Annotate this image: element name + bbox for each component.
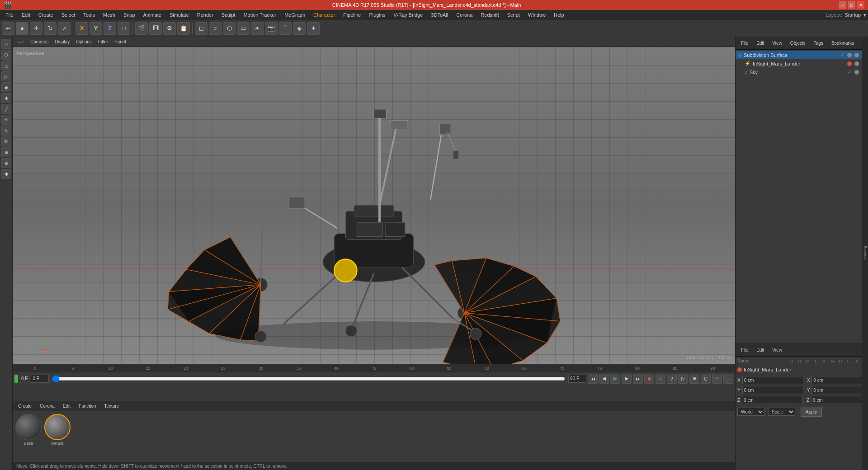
render-all-button[interactable]: 🎞 bbox=[149, 22, 162, 35]
menu-mograph[interactable]: MoGraph bbox=[281, 11, 309, 19]
left-btn-12[interactable]: ⊕ bbox=[1, 158, 11, 168]
effector-button[interactable]: ✦ bbox=[307, 22, 320, 35]
vp-cameras[interactable]: Cameras bbox=[28, 39, 52, 45]
move-tool-button[interactable]: ✛ bbox=[30, 22, 42, 35]
left-btn-11[interactable]: ≋ bbox=[1, 147, 11, 157]
left-btn-13[interactable]: ✱ bbox=[1, 169, 11, 179]
goto-start-button[interactable]: ⏮ bbox=[588, 374, 598, 384]
menu-mesh[interactable]: Mesh bbox=[99, 11, 119, 19]
menu-animate[interactable]: Animate bbox=[140, 11, 165, 19]
apply-button[interactable]: Apply bbox=[801, 407, 822, 417]
deformer-button[interactable]: ◈ bbox=[293, 22, 306, 35]
coord-z2-input[interactable] bbox=[811, 396, 862, 404]
render-queue-button[interactable]: 📋 bbox=[177, 22, 190, 35]
coord-z-input[interactable] bbox=[742, 396, 803, 404]
mat-function[interactable]: Function bbox=[75, 403, 99, 409]
attrib-tab-file[interactable]: File bbox=[737, 347, 752, 353]
obj-tab-tags[interactable]: Tags bbox=[810, 40, 827, 47]
menu-pipeline[interactable]: Pipeline bbox=[340, 11, 364, 19]
left-btn-10[interactable]: ⌘ bbox=[1, 136, 11, 146]
left-btn-3[interactable]: △ bbox=[1, 61, 11, 70]
maximize-button[interactable]: □ bbox=[848, 1, 855, 9]
menu-redshift[interactable]: Redshift bbox=[477, 11, 502, 19]
obj-tab-edit[interactable]: Edit bbox=[753, 40, 768, 47]
coord-y2-input[interactable] bbox=[811, 386, 862, 394]
prev-frame-button[interactable]: ◀ bbox=[599, 374, 609, 384]
coord-x2-input[interactable] bbox=[811, 376, 862, 384]
left-btn-8[interactable]: ⟲ bbox=[1, 115, 11, 125]
menu-create[interactable]: Create bbox=[35, 11, 57, 19]
object-sky[interactable]: ○ Sky ✓ bbox=[736, 68, 862, 76]
left-btn-9[interactable]: S bbox=[1, 126, 11, 136]
sphere-button[interactable]: ○ bbox=[209, 22, 222, 35]
left-btn-6[interactable]: ✚ bbox=[1, 93, 11, 103]
motion-button[interactable]: ⊕ bbox=[689, 374, 699, 384]
material-slot-details[interactable]: Details bbox=[44, 414, 71, 446]
obj-tab-view[interactable]: View bbox=[769, 40, 786, 47]
left-btn-5[interactable]: ◆ bbox=[1, 82, 11, 92]
left-btn-7[interactable]: ╱ bbox=[1, 104, 11, 114]
select-z-button[interactable]: Z bbox=[104, 22, 116, 35]
cylinder-button[interactable]: ⬡ bbox=[223, 22, 236, 35]
object-subdivision-surface[interactable]: ◇ Subdivision Surface ✓ bbox=[736, 51, 862, 59]
keyframe-button[interactable]: ? bbox=[667, 374, 677, 384]
obj-check-sky[interactable]: ✓ bbox=[848, 69, 852, 75]
close-button[interactable]: ✕ bbox=[857, 1, 864, 9]
key-sel-button[interactable]: ▷ bbox=[678, 374, 688, 384]
render-settings-button[interactable]: ⚙ bbox=[163, 22, 176, 35]
select-all-button[interactable]: □ bbox=[118, 22, 130, 35]
scale-dropdown[interactable]: Scale bbox=[768, 408, 795, 416]
camera-button[interactable]: 📷 bbox=[265, 22, 278, 35]
menu-select[interactable]: Select bbox=[58, 11, 79, 19]
vp-display[interactable]: Display bbox=[52, 39, 73, 45]
menu-window[interactable]: Window bbox=[524, 11, 549, 19]
attrib-tab-view[interactable]: View bbox=[769, 347, 786, 353]
next-frame-button[interactable]: ▶ bbox=[622, 374, 632, 384]
mat-create[interactable]: Create bbox=[14, 403, 35, 409]
goto-end-button[interactable]: ⏭ bbox=[633, 374, 643, 384]
select-y-button[interactable]: Y bbox=[90, 22, 102, 35]
vp-filter[interactable]: Filter bbox=[95, 39, 111, 45]
mat-texture[interactable]: Texture bbox=[100, 403, 123, 409]
cube-button[interactable]: ◻ bbox=[195, 22, 208, 35]
layout-dropdown-icon[interactable]: ▾ bbox=[863, 12, 866, 18]
obj-check-subdivision[interactable]: ✓ bbox=[840, 52, 844, 58]
menu-tools[interactable]: Tools bbox=[80, 11, 99, 19]
frame-start-input[interactable] bbox=[31, 375, 49, 383]
object-mode-button[interactable]: ● bbox=[16, 22, 28, 35]
minimize-button[interactable]: ─ bbox=[839, 1, 846, 9]
menu-sculpt[interactable]: Sculpt bbox=[218, 11, 239, 19]
render-view-button[interactable]: 🎬 bbox=[135, 22, 148, 35]
menu-3dtoall[interactable]: 3DToAll bbox=[427, 11, 452, 19]
coord-y-input[interactable] bbox=[742, 386, 803, 394]
scale-tool-button[interactable]: ⤢ bbox=[58, 22, 71, 35]
left-btn-1[interactable]: ◻ bbox=[1, 39, 11, 49]
obj-tab-bookmarks[interactable]: Bookmarks bbox=[828, 40, 858, 47]
object-insight-mars-lander[interactable]: ⚡ InSight_Mars_Lander bbox=[736, 59, 862, 68]
extra-btn[interactable]: ≡ bbox=[723, 374, 733, 384]
plane-button[interactable]: ▭ bbox=[237, 22, 250, 35]
menu-motion-tracker[interactable]: Motion Tracker bbox=[240, 11, 280, 19]
material-ball-details[interactable] bbox=[44, 414, 71, 440]
menu-script[interactable]: Script bbox=[504, 11, 524, 19]
light-button[interactable]: ☀ bbox=[251, 22, 264, 35]
anim-btn-2[interactable]: C bbox=[701, 374, 711, 384]
mat-edit[interactable]: Edit bbox=[59, 403, 74, 409]
viewport[interactable]: Perspective Grid Spacing : 100 cm Y X Z bbox=[13, 47, 735, 364]
obj-tab-objects[interactable]: Objects bbox=[787, 40, 809, 47]
vp-options[interactable]: Options bbox=[73, 39, 94, 45]
auto-key-button[interactable]: ● bbox=[656, 374, 665, 384]
material-ball-base[interactable] bbox=[15, 414, 42, 440]
left-btn-4[interactable]: ▷ bbox=[1, 71, 11, 81]
obj-tab-file[interactable]: File bbox=[737, 40, 752, 47]
menu-render[interactable]: Render bbox=[193, 11, 217, 19]
left-btn-2[interactable]: ⬡ bbox=[1, 50, 11, 60]
fps-button[interactable]: P bbox=[712, 374, 722, 384]
menu-simulate[interactable]: Simulate bbox=[166, 11, 193, 19]
timeline-slider[interactable] bbox=[52, 375, 565, 382]
mat-corona[interactable]: Corona bbox=[36, 403, 58, 409]
world-dropdown[interactable]: World Object bbox=[737, 408, 764, 416]
attrib-tab-edit[interactable]: Edit bbox=[753, 347, 768, 353]
menu-plugins[interactable]: Plugins bbox=[365, 11, 389, 19]
menu-vray[interactable]: V-Ray Bridge bbox=[390, 11, 427, 19]
